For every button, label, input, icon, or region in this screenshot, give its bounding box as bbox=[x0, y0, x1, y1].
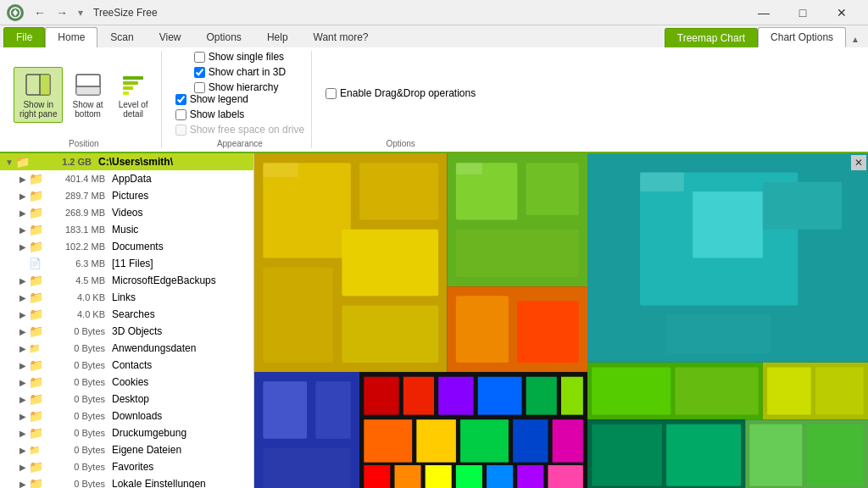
expand-icon[interactable]: ▶ bbox=[17, 242, 29, 252]
tab-home[interactable]: Home bbox=[45, 27, 97, 47]
expand-icon[interactable]: ▶ bbox=[17, 225, 29, 235]
show-hierarchy-row[interactable]: Show hierarchy bbox=[194, 81, 286, 93]
show-labels-checkbox[interactable] bbox=[175, 109, 186, 120]
svg-rect-39 bbox=[526, 377, 557, 415]
svg-rect-33 bbox=[263, 448, 350, 488]
tree-row[interactable]: ▶ 📁 0 Bytes Druckumgebung bbox=[0, 424, 253, 441]
expand-icon[interactable]: ▶ bbox=[17, 327, 29, 336]
expand-icon[interactable]: ▶ bbox=[17, 378, 29, 387]
tree-row[interactable]: ▶ 📁 268.9 MB Videos bbox=[0, 204, 253, 221]
tree-row[interactable]: ▶ 📁 0 Bytes 3D Objects bbox=[0, 323, 253, 340]
expand-icon[interactable]: ▶ bbox=[17, 175, 29, 184]
tab-options[interactable]: Options bbox=[194, 27, 254, 47]
nav-buttons: ← → bbox=[31, 4, 71, 21]
tree-item-size: 268.9 MB bbox=[46, 208, 105, 218]
ribbon: Show in right pane Show at bottom bbox=[0, 47, 868, 153]
expand-icon[interactable]: ▶ bbox=[17, 276, 29, 286]
show-bottom-button[interactable]: Show at bottom bbox=[66, 67, 108, 123]
expand-icon[interactable]: ▶ bbox=[17, 463, 29, 472]
tree-row[interactable]: ▶ 📁 0 Bytes Desktop bbox=[0, 391, 253, 408]
forward-button[interactable]: → bbox=[53, 4, 71, 21]
show-chart-3d-checkbox[interactable] bbox=[194, 67, 205, 78]
tree-row[interactable]: 📄 6.3 MB [11 Files] bbox=[0, 255, 253, 272]
svg-rect-38 bbox=[478, 377, 522, 415]
tree-item-size: 0 Bytes bbox=[46, 360, 105, 370]
tree-row[interactable]: ▼ 📁 1.2 GB C:\Users\smith\ bbox=[0, 153, 253, 170]
svg-rect-21 bbox=[342, 230, 438, 297]
enable-dragdrop-label: Enable Drag&Drop operations bbox=[340, 87, 476, 99]
tree-row[interactable]: ▶ 📁 183.1 MB Music bbox=[0, 221, 253, 238]
show-legend-row[interactable]: Show legend bbox=[175, 93, 304, 105]
expand-icon[interactable]: ▶ bbox=[17, 361, 29, 370]
pin-button[interactable]: ▾ bbox=[78, 7, 83, 19]
folder-icon: 📁 bbox=[29, 172, 44, 186]
level-detail-button[interactable]: Level of detail bbox=[113, 67, 154, 123]
tree-row[interactable]: ▶ 📁 289.7 MB Pictures bbox=[0, 187, 253, 204]
svg-rect-55 bbox=[675, 368, 758, 415]
expand-icon[interactable]: ▶ bbox=[17, 412, 29, 421]
tree-row[interactable]: ▶ 📁 401.4 MB AppData bbox=[0, 170, 253, 187]
tab-treemap-chart[interactable]: Treemap Chart bbox=[665, 28, 758, 47]
show-labels-row[interactable]: Show labels bbox=[175, 108, 304, 120]
tab-help[interactable]: Help bbox=[254, 27, 301, 47]
expand-icon[interactable]: ▶ bbox=[17, 310, 29, 319]
expand-icon[interactable]: ▶ bbox=[17, 429, 29, 438]
show-legend-checkbox[interactable] bbox=[175, 94, 186, 105]
tree-item-size: 401.4 MB bbox=[46, 174, 105, 184]
ribbon-collapse-button[interactable]: ▲ bbox=[846, 31, 865, 47]
tree-row[interactable]: ▶ 📁 0 Bytes Downloads bbox=[0, 408, 253, 424]
minimize-button[interactable]: — bbox=[744, 0, 783, 25]
tree-row[interactable]: ▶ 📁 0 Bytes Favorites bbox=[0, 458, 253, 475]
level-detail-icon bbox=[120, 71, 147, 98]
tree-row[interactable]: ▶ 📁 102.2 MB Documents bbox=[0, 238, 253, 255]
enable-dragdrop-row[interactable]: Enable Drag&Drop operations bbox=[326, 87, 476, 99]
show-single-files-row[interactable]: Show single files bbox=[194, 51, 286, 63]
svg-rect-14 bbox=[693, 191, 763, 258]
tree-row[interactable]: ▶ 📁 0 Bytes Anwendungsdaten bbox=[0, 340, 253, 357]
tab-view[interactable]: View bbox=[147, 27, 194, 47]
show-legend-label: Show legend bbox=[190, 93, 248, 105]
folder-small-icon: 📁 bbox=[29, 445, 44, 456]
show-hierarchy-checkbox[interactable] bbox=[194, 82, 205, 93]
back-button[interactable]: ← bbox=[31, 4, 49, 21]
expand-icon[interactable]: ▶ bbox=[17, 344, 29, 353]
app-title: TreeSize Free bbox=[93, 7, 744, 19]
tab-want-more[interactable]: Want more? bbox=[301, 27, 381, 47]
tree-item-name: Searches bbox=[112, 308, 250, 320]
svg-rect-2 bbox=[40, 75, 50, 95]
tree-row[interactable]: ▶ 📁 4.0 KB Searches bbox=[0, 306, 253, 323]
tree-row[interactable]: ▶ 📁 0 Bytes Contacts bbox=[0, 357, 253, 374]
maximize-button[interactable]: □ bbox=[783, 0, 822, 25]
enable-dragdrop-checkbox[interactable] bbox=[326, 88, 337, 99]
expand-icon[interactable]: ▶ bbox=[17, 293, 29, 302]
show-right-pane-button[interactable]: Show in right pane bbox=[14, 67, 63, 123]
svg-rect-5 bbox=[76, 86, 100, 95]
show-free-space-row[interactable]: Show free space on drive bbox=[175, 124, 304, 136]
svg-rect-54 bbox=[592, 368, 670, 415]
close-button[interactable]: ✕ bbox=[822, 0, 861, 25]
show-chart-3d-row[interactable]: Show chart in 3D bbox=[194, 66, 286, 78]
expand-icon[interactable]: ▶ bbox=[17, 446, 29, 455]
tree-row[interactable]: ▶ 📁 0 Bytes Cookies bbox=[0, 374, 253, 391]
tree-row[interactable]: ▶ 📁 0 Bytes Lokale Einstellungen bbox=[0, 475, 253, 488]
tree-row[interactable]: ▶ 📁 4.5 MB MicrosoftEdgeBackups bbox=[0, 272, 253, 289]
treemap-close-button[interactable]: ✕ bbox=[851, 155, 866, 170]
tree-item-size: 0 Bytes bbox=[46, 428, 105, 438]
expand-icon[interactable]: ▶ bbox=[17, 395, 29, 404]
tree-item-size: 0 Bytes bbox=[46, 377, 105, 387]
svg-rect-63 bbox=[749, 424, 802, 486]
expand-icon[interactable]: ▶ bbox=[17, 208, 29, 218]
expand-icon[interactable]: ▶ bbox=[17, 480, 29, 489]
show-single-files-checkbox[interactable] bbox=[194, 52, 205, 63]
tab-scan[interactable]: Scan bbox=[97, 27, 146, 47]
expand-icon[interactable]: ▶ bbox=[17, 191, 29, 201]
tree-row[interactable]: ▶ 📁 4.0 KB Links bbox=[0, 289, 253, 306]
tree-row[interactable]: ▶ 📁 0 Bytes Eigene Dateien bbox=[0, 441, 253, 458]
svg-rect-20 bbox=[263, 268, 333, 363]
svg-rect-58 bbox=[815, 368, 864, 415]
tab-file[interactable]: File bbox=[3, 27, 45, 47]
tree-item-name: C:\Users\smith\ bbox=[98, 156, 250, 168]
tab-chart-options[interactable]: Chart Options bbox=[758, 27, 846, 47]
tree-body[interactable]: ▼ 📁 1.2 GB C:\Users\smith\ ▶ 📁 401.4 MB … bbox=[0, 153, 253, 488]
tree-item-name: Documents bbox=[112, 241, 250, 252]
